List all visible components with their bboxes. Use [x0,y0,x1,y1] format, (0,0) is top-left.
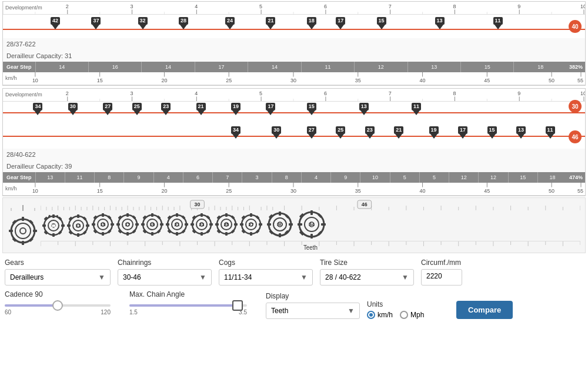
cadence-label: Cadence 90 [5,290,122,298]
svg-rect-112 [33,230,37,232]
svg-rect-268 [225,232,228,236]
compare-button[interactable]: Compare [456,301,513,319]
svg-text:4: 4 [195,91,198,97]
svg-rect-109 [22,217,24,221]
svg-text:45: 45 [484,78,490,83]
svg-text:30: 30 [290,188,296,194]
svg-text:25: 25 [226,188,232,194]
svg-text:4: 4 [195,4,198,10]
svg-text:21: 21 [175,222,180,227]
svg-text:23: 23 [199,222,205,227]
chart-section-1: Development/m 2 3 4 5 6 7 8 9 10 [2,1,586,86]
derailleur-row-2: Derailleur Capacity: 39 [3,160,585,172]
svg-rect-208 [102,232,104,236]
gears-value: Derailleurs [10,273,44,281]
gear-step-cells-2: 13 11 8 9 4 6 7 3 8 4 9 10 5 5 12 12 15 … [35,172,567,183]
svg-text:55: 55 [577,188,583,194]
cogs-select[interactable]: 11/11-34 ▼ [219,269,313,286]
gears-select[interactable]: Derailleurs ▼ [5,269,111,286]
info-row-1: 28/37-622 [3,38,585,50]
svg-text:34: 34 [309,221,315,227]
tire-label: Tire Size [320,258,414,267]
cadence-min: 60 [5,309,11,315]
svg-text:55: 55 [577,78,583,83]
svg-rect-237 [142,229,146,233]
svg-rect-306 [321,223,326,226]
svg-rect-281 [240,223,243,226]
chain-angle-slider-thumb[interactable] [232,300,243,311]
ruler-row-1: Development/m 2 3 4 5 6 7 8 9 10 [3,2,585,15]
kmh-row-2: 10 15 20 25 30 35 40 45 50 55 km/h [3,183,585,196]
svg-rect-213 [93,229,97,233]
gear-step-row-1: Gear Step 14 16 14 17 14 11 12 13 15 18 … [3,62,585,72]
svg-text:6: 6 [324,91,327,97]
gear-step-row-2: Gear Step 13 11 8 9 4 6 7 3 8 4 9 10 5 5… [3,172,585,183]
big-sprocket-icon [8,216,38,246]
radio-mph[interactable]: Mph [400,311,424,319]
circumf-value: 2220 [426,272,442,280]
svg-rect-257 [191,223,194,226]
svg-rect-258 [209,223,213,226]
svg-rect-222 [135,223,139,226]
cog-15: 15 [91,213,115,238]
svg-rect-183 [42,224,46,227]
svg-rect-181 [52,214,55,218]
svg-text:km/h: km/h [5,76,17,82]
marker-triangle [52,25,59,29]
svg-text:20: 20 [161,78,167,83]
gear-step-pct-2: 474% [567,174,585,180]
svg-rect-197 [67,224,71,227]
chain-angle-min: 1.5 [129,309,138,315]
svg-text:2: 2 [66,91,69,97]
svg-text:30: 30 [195,201,201,207]
chainrings-dropdown-arrow: ▼ [199,273,206,281]
cogs-value: 11/11-34 [224,273,252,281]
svg-rect-231 [151,213,153,217]
svg-point-108 [20,228,26,234]
svg-rect-255 [201,213,203,217]
svg-text:6: 6 [324,4,327,10]
svg-rect-267 [225,213,228,217]
svg-rect-270 [234,223,238,226]
tire-dropdown-arrow: ▼ [402,273,409,281]
radio-mph-circle [400,311,408,319]
radio-kmh[interactable]: km/h [367,311,393,319]
cogs-label: Cogs [219,258,313,267]
display-select[interactable]: Teeth ▼ [266,303,360,319]
kmh-row-1: 10 15 20 25 30 35 40 45 50 55 km/h [3,72,585,85]
svg-text:30: 30 [277,221,283,227]
controls-row-1: Gears Derailleurs ▼ Chainrings 30-46 ▼ C… [5,258,583,286]
gear-step-label-1: Gear Step [3,64,35,70]
chart1-label: 28/37-622 [6,41,36,48]
svg-rect-285 [241,229,245,233]
circumf-label: Circumf./mm [421,258,462,267]
cog-19: 19 [141,213,164,238]
svg-rect-247 [167,215,171,219]
svg-rect-294 [289,223,293,226]
radio-mph-label: Mph [410,311,424,319]
tire-select[interactable]: 28 / 40-622 ▼ [320,269,414,286]
cadence-group: Cadence 90 60 120 [5,290,122,319]
cog-25: 25 [215,213,238,238]
display-group: Display Teeth ▼ [266,292,360,319]
units-label: Units [367,300,449,308]
svg-rect-187 [44,230,48,234]
cog-34: 34 [297,210,326,241]
svg-rect-223 [118,215,122,219]
gears-group: Gears Derailleurs ▼ [5,258,111,286]
compare-group: Compare [456,301,513,319]
svg-text:9: 9 [517,4,520,10]
svg-rect-196 [77,233,79,237]
marker-label: 42 [51,17,60,25]
svg-rect-211 [93,215,97,219]
svg-text:Teeth: Teeth [303,244,318,250]
units-radio-group: km/h Mph [367,311,449,319]
units-group: Units km/h Mph [367,300,449,319]
circumf-input[interactable]: 2220 [421,269,462,286]
svg-rect-235 [142,215,146,219]
svg-text:13: 13 [76,223,81,229]
cadence-slider-thumb[interactable] [52,300,63,311]
controls-section: Gears Derailleurs ▼ Chainrings 30-46 ▼ C… [0,254,588,328]
svg-rect-295 [269,214,273,219]
chainrings-select[interactable]: 30-46 ▼ [118,269,212,286]
